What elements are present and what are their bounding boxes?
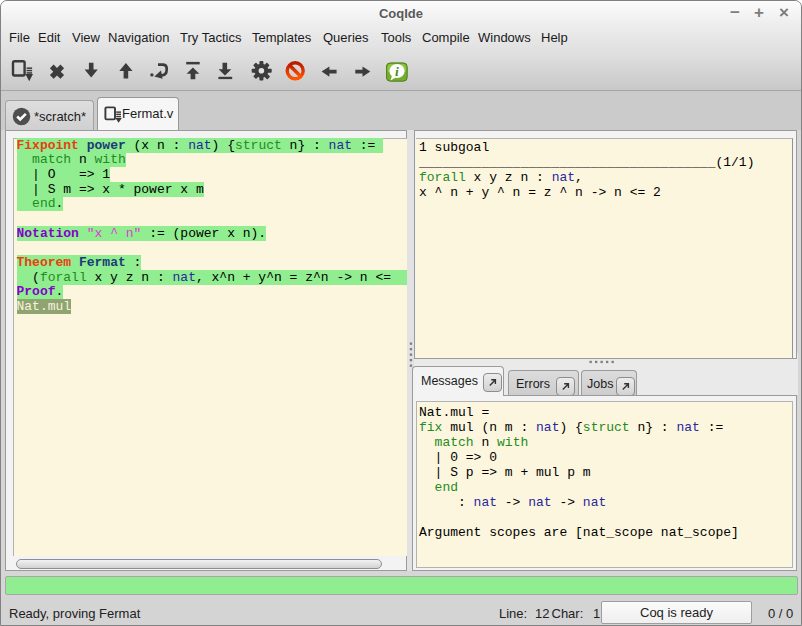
svg-text:i: i [395, 64, 399, 79]
